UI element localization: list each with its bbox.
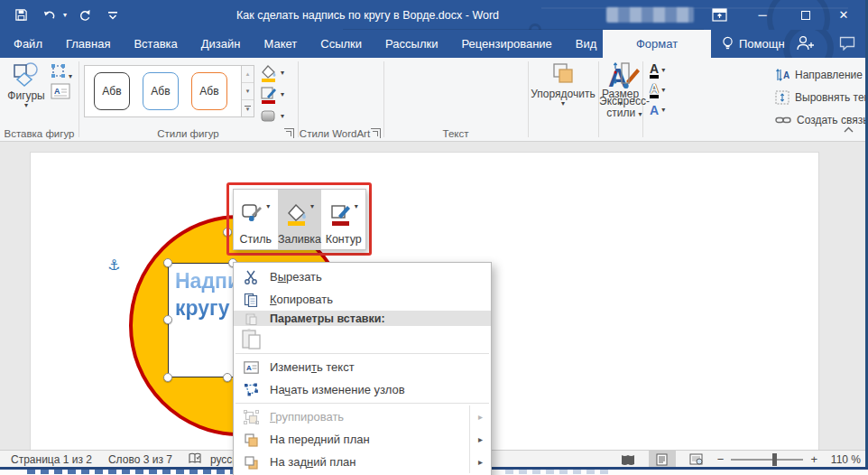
- dropdown-caret-icon: ▾: [281, 70, 284, 77]
- tab-mailings[interactable]: Рассылки: [374, 30, 449, 58]
- proofing-icon[interactable]: [189, 452, 201, 467]
- maximize-button[interactable]: [790, 0, 821, 30]
- tab-references[interactable]: Ссылки: [309, 30, 374, 58]
- tab-view[interactable]: Вид: [564, 30, 609, 58]
- comment-icon[interactable]: [839, 36, 855, 54]
- menu-item-bring-to-front[interactable]: На передний план ▸: [234, 428, 491, 451]
- tab-review[interactable]: Рецензирование: [449, 30, 563, 58]
- menu-item-send-to-back[interactable]: На задний план ▸: [234, 451, 491, 473]
- menu-item-copy[interactable]: Копировать: [234, 288, 491, 311]
- edit-shape-icon: [51, 63, 69, 79]
- paste-option-row: [234, 326, 491, 351]
- shape-effects-button[interactable]: ▾: [260, 107, 296, 126]
- tab-insert[interactable]: Вставка: [122, 30, 189, 58]
- collapse-ribbon-icon[interactable]: [843, 121, 854, 137]
- dropdown-caret-icon: ▾: [281, 113, 284, 120]
- paste-option-button[interactable]: [239, 328, 263, 349]
- zoom-in-button[interactable]: +: [810, 452, 817, 466]
- align-text-button[interactable]: Выровнять текст▾: [775, 86, 868, 108]
- text-outline-button[interactable]: А▾: [650, 81, 680, 99]
- gallery-down-icon[interactable]: ▾: [242, 83, 254, 100]
- shapes-button[interactable]: Фигуры ▾: [4, 61, 49, 109]
- mini-style-label: Стиль: [240, 233, 272, 246]
- anchor-icon: ⚓: [107, 256, 120, 274]
- edit-text-icon: А: [239, 361, 263, 374]
- text-effects-button[interactable]: А▾: [650, 101, 680, 119]
- size-button[interactable]: Размер ▾: [598, 61, 642, 107]
- paste-options-label: Параметры вставки:: [270, 312, 385, 325]
- customize-qat-icon[interactable]: [101, 5, 125, 26]
- group-text: А Направление текста▾ Выровнять текст▾ С…: [383, 58, 528, 142]
- submenu-arrow-icon: ▸: [469, 405, 491, 428]
- group-wordart-styles: А Экспресс- стили ▾ А▾ А▾ А▾ Стили WordA…: [298, 58, 383, 142]
- zoom-slider[interactable]: [731, 459, 803, 461]
- undo-icon[interactable]: [38, 5, 61, 26]
- menu-item-edit-text-label: Изменить текст: [270, 360, 491, 374]
- share-contact-icon[interactable]: [796, 34, 815, 55]
- text-direction-label: Направление текста: [795, 69, 868, 81]
- text-outline-icon: А: [650, 83, 659, 98]
- clipped-text-artifact: [505, 470, 614, 474]
- mini-fill-button[interactable]: ▾ Заливка: [278, 190, 322, 249]
- print-layout-button[interactable]: [649, 451, 676, 468]
- tab-format-active[interactable]: Формат: [603, 30, 711, 58]
- web-layout-button[interactable]: [683, 451, 710, 468]
- svg-text:А: А: [246, 363, 252, 371]
- text-direction-button[interactable]: А Направление текста▾: [775, 63, 868, 86]
- menu-item-group[interactable]: Группировать ▸: [234, 405, 491, 428]
- word-window: ▾ Как сделать надпись по кругу в Ворде.d…: [0, 0, 868, 475]
- maximize-icon: [801, 11, 810, 20]
- close-button[interactable]: ✕: [828, 0, 859, 30]
- tab-file[interactable]: Файл: [2, 30, 54, 58]
- menu-item-cut[interactable]: Вырезать: [234, 265, 491, 288]
- tab-help[interactable]: Помощн: [722, 30, 785, 58]
- redo-icon[interactable]: [72, 5, 96, 26]
- word-count[interactable]: Слово 3 из 7: [108, 453, 172, 466]
- shape-style-sample-2[interactable]: Абв: [143, 72, 179, 110]
- group-label-text: Текст: [383, 128, 528, 139]
- shape-outline-button[interactable]: ▾: [260, 85, 296, 105]
- read-mode-button[interactable]: [614, 451, 642, 468]
- shape-style-sample-3[interactable]: Абв: [191, 72, 227, 110]
- tab-home[interactable]: Главная: [54, 30, 122, 58]
- fill-icon: [285, 203, 309, 227]
- menu-separator: [235, 353, 489, 354]
- mini-style-button[interactable]: ▾ Стиль: [234, 190, 278, 249]
- ribbon-display-options-icon[interactable]: [704, 0, 734, 30]
- shape-fill-button[interactable]: ▾: [260, 63, 296, 83]
- zoom-slider-thumb[interactable]: [772, 453, 777, 466]
- dropdown-caret-icon: ▾: [598, 100, 642, 107]
- tab-design[interactable]: Дизайн: [189, 30, 253, 58]
- edit-shape-button[interactable]: ▾: [51, 63, 72, 82]
- submenu-arrow-icon: ▸: [469, 428, 491, 451]
- handle-bottom-right[interactable]: [223, 373, 232, 382]
- mini-outline-button[interactable]: ▾ Контур: [321, 190, 365, 249]
- menu-item-edit-points[interactable]: Начать изменение узлов: [234, 378, 491, 401]
- dialog-launcher-icon[interactable]: [284, 128, 294, 138]
- size-icon: [610, 61, 632, 85]
- gallery-up-icon[interactable]: ▴: [242, 66, 254, 83]
- textbox-button[interactable]: A: [51, 83, 70, 103]
- shape-outline-icon: [260, 86, 278, 104]
- arrange-button[interactable]: Упорядочить ▾: [528, 61, 598, 107]
- handle-top-left[interactable]: [163, 258, 172, 267]
- zoom-out-button[interactable]: −: [717, 452, 725, 466]
- handle-mid-left[interactable]: [163, 315, 172, 324]
- text-fill-button[interactable]: А▾: [650, 61, 680, 79]
- edit-points-icon: [239, 383, 263, 396]
- tab-layout[interactable]: Макет: [252, 30, 309, 58]
- handle-bottom-left[interactable]: [163, 373, 172, 382]
- shape-style-sample-1[interactable]: Абв: [94, 72, 130, 110]
- zoom-percentage[interactable]: 110 %: [825, 453, 861, 466]
- dialog-launcher-icon[interactable]: [371, 128, 381, 138]
- undo-caret-icon[interactable]: ▾: [63, 11, 67, 19]
- menu-item-edit-text[interactable]: А Изменить текст: [234, 356, 491, 378]
- submenu-arrow-icon: ▸: [469, 451, 491, 473]
- menu-item-edit-points-label: Начать изменение узлов: [270, 383, 491, 396]
- page-indicator[interactable]: Страница 1 из 2: [11, 453, 92, 466]
- text-effects-icon: А: [650, 105, 659, 116]
- save-icon[interactable]: [9, 5, 32, 26]
- dropdown-caret-icon: ▾: [4, 102, 49, 109]
- gallery-more-icon[interactable]: ▾: [242, 100, 254, 116]
- minimize-button[interactable]: ─: [747, 0, 778, 30]
